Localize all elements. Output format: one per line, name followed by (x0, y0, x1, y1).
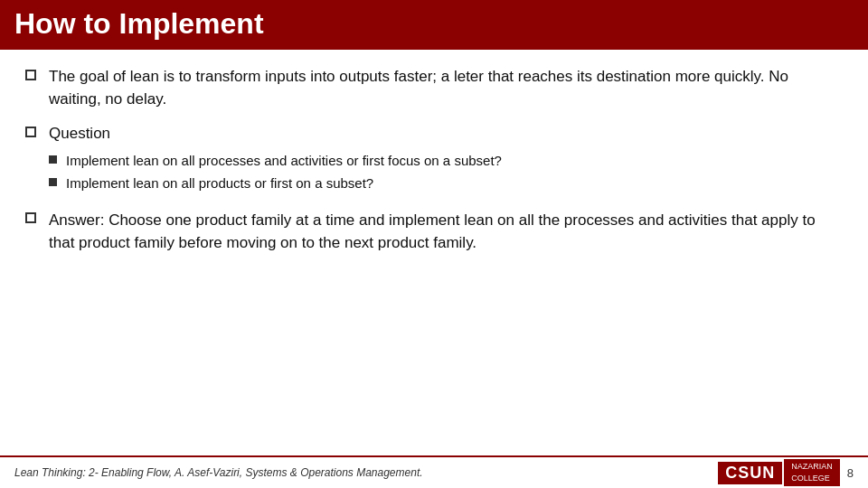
bullet-item-3: Answer: Choose one product family at a t… (25, 209, 843, 255)
bullet-text-1: The goal of lean is to transform inputs … (49, 66, 843, 110)
footer-logo-area: CSUN NAZARIAN COLLEGE 8 (718, 459, 854, 485)
bullet-square-1 (25, 70, 36, 80)
footer: Lean Thinking: 2- Enabling Flow, A. Asef… (0, 455, 868, 488)
bullet-square-3 (25, 212, 36, 223)
sub-bullet-text-2: Implement lean on all products or first … (66, 174, 373, 192)
footer-citation: Lean Thinking: 2- Enabling Flow, A. Asef… (14, 466, 423, 479)
sub-bullet-square-1 (49, 155, 57, 164)
sub-bullet-1: Implement lean on all processes and acti… (49, 151, 502, 170)
main-content: The goal of lean is to transform inputs … (0, 50, 868, 277)
answer-text: Answer: Choose one product family at a t… (49, 209, 843, 255)
sub-bullets: Implement lean on all processes and acti… (49, 151, 502, 192)
nazarian-line2: COLLEGE (791, 473, 833, 484)
bullet-square-2 (25, 127, 36, 137)
nazarian-line1: NAZARIAN (791, 461, 833, 473)
csun-logo: CSUN (718, 462, 782, 484)
nazarian-block: NAZARIAN COLLEGE (784, 459, 840, 485)
sub-bullet-square-2 (49, 178, 57, 186)
page-title: How to Implement (14, 7, 264, 40)
sub-bullet-2: Implement lean on all products or first … (49, 174, 502, 192)
page-number: 8 (847, 466, 854, 480)
bullet-item-2: Question Implement lean on all processes… (25, 123, 843, 196)
bullet2-content: Question Implement lean on all processes… (49, 123, 502, 196)
bullet-item-1: The goal of lean is to transform inputs … (25, 66, 843, 110)
sub-bullet-text-1: Implement lean on all processes and acti… (66, 151, 502, 170)
header-bar: How to Implement (0, 0, 868, 50)
bullet2-label: Question (49, 125, 110, 142)
